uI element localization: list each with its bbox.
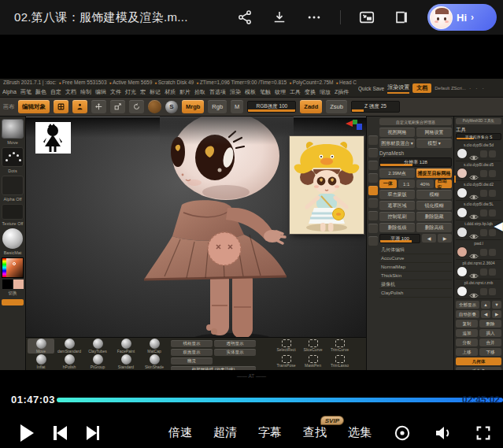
move-up-icon: ▲ (481, 301, 490, 309)
statusbar-segment: Head Count=10 (336, 79, 357, 87)
select-tool: SelectRect (273, 339, 299, 354)
brush-thumbnail (2, 119, 24, 139)
palette-button: 遮罩区域 (379, 201, 415, 210)
next-episode-button[interactable] (87, 426, 100, 440)
subtool-item: pli.dst.rqrst.r.znb (456, 280, 501, 299)
eye-icon (469, 170, 479, 177)
stroke-name: Dots (8, 168, 17, 174)
stroke-thumbnail (2, 147, 24, 167)
left-icon: ◀ (481, 310, 490, 318)
menu-item: 影片 (179, 88, 190, 96)
select-tool: TransPose (273, 355, 299, 370)
more-icon[interactable] (305, 9, 323, 26)
tray-collapse-arrow-icon: ◀ (494, 219, 503, 233)
quality-button[interactable]: 超清 (213, 425, 237, 440)
menu-item: 文件 (110, 88, 121, 96)
progress-bar[interactable]: 02:45:02 (57, 398, 503, 402)
menu-item: 变换 (305, 88, 316, 96)
move-down-icon: ▼ (492, 301, 501, 309)
points-button: 2.39M点 (379, 168, 415, 178)
menu-item: 材质 (165, 88, 176, 96)
statusbar-segment: Scratch Disk 49 (154, 79, 194, 87)
assistant-label: Hi (457, 12, 467, 24)
show-all-button: 全部显示 (456, 301, 479, 309)
tray-brush: FacePaint (113, 339, 139, 354)
subtool-item: s.clo.dyp5l.dw.d5 (456, 161, 501, 181)
view-button: 幽灵 (171, 357, 213, 365)
axis-gizmo-icon (346, 118, 363, 134)
canvas-hint-text: —— AT —— (0, 373, 503, 379)
view-buttons: 线框显示透明显示双面显示实体显示幽灵 框架网格线 (外壳边缘) (171, 339, 259, 369)
eye-icon (469, 229, 479, 236)
palette-icon (368, 224, 378, 233)
doll-silhouette-thumbnail (35, 122, 71, 154)
palette-list-item: ClayPolish (379, 289, 452, 298)
playback-speed-button[interactable]: 倍速 (168, 425, 192, 440)
quick-icons: · · · (469, 86, 486, 91)
tool-section-label: 工具 (456, 126, 501, 133)
edit-object-button: 编辑对象 (18, 100, 50, 113)
subtool-item: s.clo.dyp5l.dw.d2 (456, 181, 501, 201)
zbrush-subtool-panel: PolyMesh3D 工具集 工具 平滑程序集合 S s.clo.dyp5l.d… (453, 117, 503, 370)
subtool-button: 合并 (479, 339, 501, 346)
mini-player-icon[interactable] (393, 9, 410, 26)
palette-dropdown: 模型 ▾ (416, 139, 452, 148)
palette-dropdown: 图形材质混合 ▾ (379, 139, 415, 148)
picture-in-picture-icon[interactable] (358, 9, 375, 26)
subtool-button: 复制 (456, 320, 478, 328)
tray-brush: Standard (113, 354, 139, 369)
statusbar-segment: Active Mem 5659 (109, 79, 153, 87)
volume-icon[interactable] (433, 424, 453, 442)
palette-icon (368, 198, 378, 208)
auto-fold-button: 自动折叠 (456, 310, 479, 318)
subtool-item: s.clo.dyp5l.dw.5d (456, 142, 501, 161)
eye-icon (469, 209, 479, 217)
switch-label: 切换 (9, 291, 17, 296)
zbrush-bottom-tray: Move damStandardClayTubesFacePaintMatCap… (26, 337, 366, 370)
assistant-button[interactable]: Hi › (427, 4, 497, 31)
video-frame[interactable]: ZBrush 2021.7.1 | :doc:Free Mem 5531503A… (0, 35, 503, 391)
play-button[interactable] (20, 424, 34, 442)
subtool-button: 下移 (479, 348, 501, 356)
player-topbar: 02.第八课：服饰建模及渲染.m... (0, 0, 503, 35)
select-tool: SliceCurve (300, 339, 326, 354)
zbrush-canvas: Move damStandardClayTubesFacePaintMatCap… (26, 117, 366, 370)
view-button: 实体显示 (214, 349, 256, 356)
scale-gizmo-icon (110, 100, 125, 113)
zbrush-quick-cluster: Quick Save 渲染设置 文档 Default ZScri... · · … (358, 80, 501, 96)
material-name: BasicMat (4, 250, 22, 256)
subtool-live-slider: 平滑程序集合 S (456, 133, 501, 140)
menu-item: 工具 (290, 88, 301, 96)
palette-list-item: ThickSkin (379, 272, 452, 280)
download-icon[interactable] (271, 9, 288, 26)
rgb-intensity-slider: RGB强度 100 (247, 101, 296, 113)
previous-episode-button[interactable] (54, 426, 67, 440)
palette-icon-active (368, 186, 378, 195)
eye-icon (469, 268, 479, 276)
subtitles-button[interactable]: 字幕 (258, 425, 282, 440)
menu-item: 文档 (65, 88, 76, 96)
episodes-button[interactable]: 选集 (348, 425, 372, 440)
palette-button: 锐化模糊 (416, 201, 452, 210)
menu-item: 画笔 (20, 88, 31, 96)
view-button: 线框显示 (171, 340, 213, 347)
find-button[interactable]: 查找 SVIP (303, 425, 327, 440)
menu-item: 纹理 (275, 88, 286, 96)
fullscreen-icon[interactable] (475, 424, 492, 442)
palette-list-item: 摄像机 (379, 280, 452, 289)
share-icon[interactable] (236, 9, 253, 26)
resolution-slider: 分辨率 128 (379, 157, 452, 167)
menu-item: 颜色 (35, 88, 46, 96)
selected-subtool-marker (453, 176, 456, 183)
view-button: 双面显示 (171, 349, 213, 356)
palette-icon (368, 236, 378, 246)
svip-badge: SVIP (320, 416, 344, 425)
zsub-toggle: Zsub (326, 100, 347, 113)
screen-record-icon[interactable] (393, 424, 412, 442)
rename-button: 重命名 (456, 367, 501, 370)
palette-chip: 40% (416, 180, 434, 188)
palette-icon (368, 135, 378, 145)
alpha-name: Alpha Off (4, 197, 22, 202)
next-arrow-button: ▶ (438, 234, 452, 243)
total-time: 02:45:02 (462, 394, 500, 405)
